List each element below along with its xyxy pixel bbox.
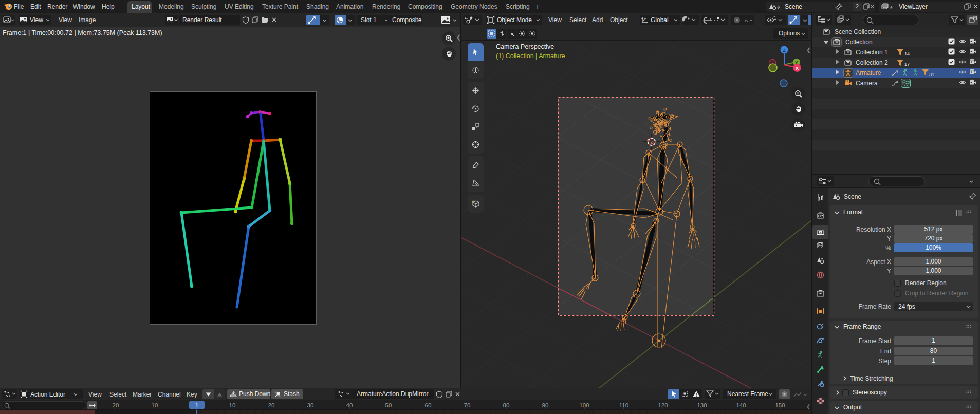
svg-text:17: 17 <box>904 62 910 67</box>
svg-text:Z: Z <box>783 48 786 53</box>
svg-text:14: 14 <box>904 51 910 57</box>
svg-text:X: X <box>796 66 799 71</box>
svg-text:1: 1 <box>195 402 199 409</box>
svg-text:31: 31 <box>929 72 934 77</box>
